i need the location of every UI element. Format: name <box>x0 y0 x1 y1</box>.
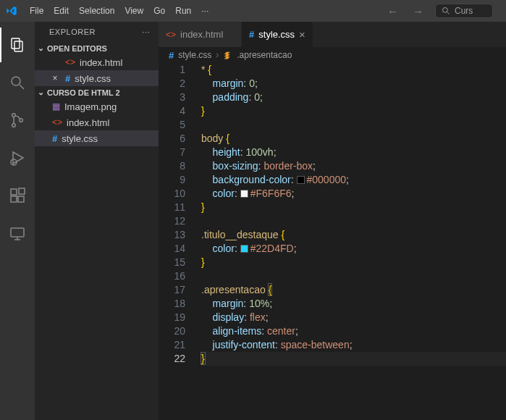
open-editors-tree: <>index.html×#style.css <box>35 54 159 86</box>
editor-area: <>index.html×#style.css× # style.css › .… <box>159 22 506 420</box>
file-item[interactable]: <>index.html <box>35 114 159 130</box>
explorer-icon[interactable] <box>0 28 35 62</box>
titlebar: FileEditSelectionViewGoRun··· ← → Curs <box>0 0 506 22</box>
svg-point-8 <box>20 119 23 122</box>
code-editor[interactable]: 12345678910111213141516171819202122 * { … <box>159 63 506 420</box>
svg-rect-13 <box>18 196 24 202</box>
folder-label: CURSO DE HTML 2 <box>47 88 120 97</box>
menu-go[interactable]: Go <box>148 3 170 19</box>
explorer-sidebar: EXPLORER ··· ⌄ OPEN EDITORS <>index.html… <box>35 22 159 420</box>
remote-icon[interactable] <box>0 216 35 251</box>
breadcrumb-symbol: .apresentacao <box>237 50 292 60</box>
search-placeholder: Curs <box>455 6 473 16</box>
search-icon[interactable] <box>0 65 35 100</box>
chevron-right-icon: › <box>216 50 219 60</box>
editor-tab[interactable]: #style.css× <box>242 22 313 47</box>
svg-rect-14 <box>19 188 25 194</box>
line-gutter: 12345678910111213141516171819202122 <box>159 63 198 420</box>
html-file-icon: <> <box>166 30 176 40</box>
breadcrumb[interactable]: # style.css › .apresentacao <box>159 47 506 63</box>
folder-section[interactable]: ⌄ CURSO DE HTML 2 <box>35 86 159 98</box>
color-swatch[interactable] <box>297 176 305 184</box>
tab-label: style.css <box>258 29 295 40</box>
svg-rect-11 <box>11 189 17 195</box>
file-item[interactable]: #style.css <box>35 130 159 146</box>
menu-selection[interactable]: Selection <box>74 3 119 19</box>
chevron-down-icon: ⌄ <box>38 43 44 53</box>
command-center-search[interactable]: Curs <box>435 4 493 18</box>
color-swatch[interactable] <box>240 245 248 253</box>
menu-view[interactable]: View <box>119 3 148 19</box>
folder-tree: ▦Imagem.png<>index.html#style.css <box>35 98 159 146</box>
menu-file[interactable]: File <box>25 3 49 19</box>
breadcrumb-file: style.css <box>178 50 211 60</box>
svg-rect-3 <box>14 41 22 51</box>
nav-forward-icon[interactable]: → <box>410 4 426 19</box>
open-editors-section[interactable]: ⌄ OPEN EDITORS <box>35 42 159 54</box>
source-control-icon[interactable] <box>0 103 35 138</box>
vscode-logo-icon <box>6 5 17 17</box>
file-name: style.css <box>75 73 111 84</box>
tab-bar: <>index.html×#style.css× <box>159 22 506 47</box>
file-item[interactable]: ▦Imagem.png <box>35 98 159 114</box>
svg-point-6 <box>12 114 16 117</box>
html-file-icon: <> <box>65 57 75 67</box>
code-content[interactable]: * { margin: 0; padding: 0;}body { height… <box>198 63 506 420</box>
run-debug-icon[interactable] <box>0 140 35 175</box>
file-name: index.html <box>67 117 109 128</box>
close-icon[interactable] <box>49 56 61 68</box>
activity-bar <box>0 22 35 420</box>
menu-run[interactable]: Run <box>170 3 196 19</box>
svg-rect-12 <box>11 196 17 202</box>
file-name: Imagem.png <box>64 101 117 112</box>
css-file-icon: # <box>249 29 254 40</box>
image-file-icon: ▦ <box>52 101 60 112</box>
color-swatch[interactable] <box>240 190 248 198</box>
open-editors-label: OPEN EDITORS <box>47 44 107 53</box>
svg-point-4 <box>12 77 20 85</box>
more-icon[interactable]: ··· <box>142 28 150 36</box>
symbol-class-icon <box>223 51 232 60</box>
css-file-icon: # <box>169 50 174 61</box>
tab-label: index.html <box>180 29 223 40</box>
svg-marker-9 <box>13 152 23 164</box>
open-editor-item[interactable]: <>index.html <box>35 54 159 70</box>
nav-back-icon[interactable]: ← <box>384 4 401 19</box>
css-file-icon: # <box>52 133 57 144</box>
file-name: style.css <box>62 133 98 144</box>
svg-rect-15 <box>11 228 24 237</box>
svg-rect-2 <box>12 38 20 49</box>
extensions-icon[interactable] <box>0 178 35 213</box>
search-icon <box>442 7 450 15</box>
close-icon[interactable]: × <box>299 28 305 41</box>
menu-edit[interactable]: Edit <box>49 3 74 19</box>
html-file-icon: <> <box>52 117 62 127</box>
svg-line-5 <box>20 85 24 89</box>
svg-point-0 <box>443 8 448 13</box>
close-icon[interactable]: × <box>49 72 61 84</box>
svg-line-1 <box>447 12 450 14</box>
editor-tab[interactable]: <>index.html× <box>159 22 242 47</box>
chevron-down-icon: ⌄ <box>38 88 44 97</box>
file-name: index.html <box>80 57 122 68</box>
svg-point-7 <box>12 124 16 127</box>
explorer-title: EXPLORER <box>49 28 96 36</box>
open-editor-item[interactable]: ×#style.css <box>35 70 159 86</box>
menu-···[interactable]: ··· <box>196 3 214 19</box>
css-file-icon: # <box>65 73 70 84</box>
menu-bar: FileEditSelectionViewGoRun··· <box>25 3 214 19</box>
